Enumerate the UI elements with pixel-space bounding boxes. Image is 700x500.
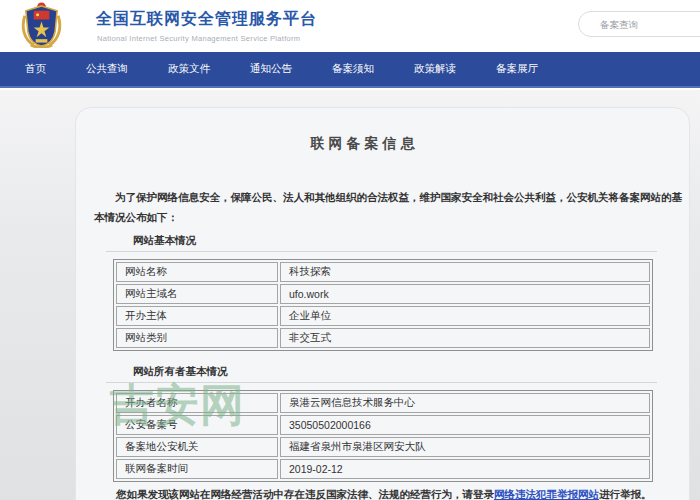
table-row: 网站类别 非交互式 [116, 328, 650, 348]
report-notice: 您如果发现该网站在网络经营活动中存在违反国家法律、法规的经营行为，请登录网络违法… [116, 488, 689, 500]
nav-item-home[interactable]: 首页 [25, 62, 46, 76]
search-box [578, 11, 700, 37]
nav-item-public-query[interactable]: 公共查询 [86, 62, 128, 76]
table-row: 联网备案时间 2019-02-12 [116, 459, 650, 479]
notice-prefix: 您如果发现该网站在网络经营活动中存在违反国家法律、法规的经营行为，请登录 [116, 488, 494, 500]
row-label: 备案地公安机关 [116, 437, 278, 457]
row-value: 泉港云网信息技术服务中心 [280, 393, 650, 413]
row-label: 开办者名称 [116, 393, 278, 413]
section-title: 网站基本情况 [106, 233, 657, 247]
section-divider [106, 382, 657, 383]
nav-item-filing-guide[interactable]: 备案须知 [332, 62, 374, 76]
row-value: 福建省泉州市泉港区网安大队 [280, 437, 650, 457]
nav-item-notices[interactable]: 通知公告 [250, 62, 292, 76]
section-site-owner-info: 网站所有者基本情况 开办者名称 泉港云网信息技术服务中心 公安备案号 35050… [106, 364, 657, 482]
section-divider [106, 251, 657, 252]
row-label: 网站名称 [116, 262, 278, 282]
table-row: 网站主域名 ufo.work [116, 284, 650, 304]
notice-suffix: 进行举报。 [599, 488, 652, 500]
row-value: 2019-02-12 [280, 459, 650, 479]
row-label: 公安备案号 [116, 415, 278, 435]
row-label: 网站类别 [116, 328, 278, 348]
site-basic-info-table: 网站名称 科技探索 网站主域名 ufo.work 开办主体 企业单位 网站类别 … [113, 259, 653, 351]
search-input[interactable] [579, 12, 700, 36]
site-owner-info-table: 开办者名称 泉港云网信息技术服务中心 公安备案号 35050502000166 … [113, 390, 653, 482]
content-panel: 联网备案信息 为了保护网络信息安全，保障公民、法人和其他组织的合法权益，维护国家… [75, 107, 690, 500]
section-title: 网站所有者基本情况 [106, 364, 657, 378]
intro-paragraph: 为了保护网络信息安全，保障公民、法人和其他组织的合法权益，维护国家安全和社会公共… [94, 187, 685, 227]
section-site-basic-info: 网站基本情况 网站名称 科技探索 网站主域名 ufo.work 开办主体 企业单… [106, 233, 657, 351]
row-label: 开办主体 [116, 306, 278, 326]
page-title: 联网备案信息 [76, 133, 653, 153]
row-value: 企业单位 [280, 306, 650, 326]
site-header: 全国互联网安全管理服务平台 National Internet Security… [0, 0, 700, 52]
nav-item-policy-files[interactable]: 政策文件 [168, 62, 210, 76]
main-nav: 首页 公共查询 政策文件 通知公告 备案须知 政策解读 备案展厅 [0, 52, 700, 88]
row-value: 科技探索 [280, 262, 650, 282]
row-value: 35050502000166 [280, 415, 650, 435]
table-row: 开办者名称 泉港云网信息技术服务中心 [116, 393, 650, 413]
table-row: 公安备案号 35050502000166 [116, 415, 650, 435]
nav-item-filing-hall[interactable]: 备案展厅 [496, 62, 538, 76]
row-value: 非交互式 [280, 328, 650, 348]
table-row: 网站名称 科技探索 [116, 262, 650, 282]
police-badge-icon [20, 1, 63, 48]
nav-item-policy-reading[interactable]: 政策解读 [414, 62, 456, 76]
row-label: 网站主域名 [116, 284, 278, 304]
row-value: ufo.work [280, 284, 650, 304]
report-website-link[interactable]: 网络违法犯罪举报网站 [494, 488, 599, 500]
site-subtitle: National Internet Security Management Se… [97, 34, 300, 43]
table-row: 开办主体 企业单位 [116, 306, 650, 326]
table-row: 备案地公安机关 福建省泉州市泉港区网安大队 [116, 437, 650, 457]
site-title: 全国互联网安全管理服务平台 [96, 9, 317, 30]
row-label: 联网备案时间 [116, 459, 278, 479]
